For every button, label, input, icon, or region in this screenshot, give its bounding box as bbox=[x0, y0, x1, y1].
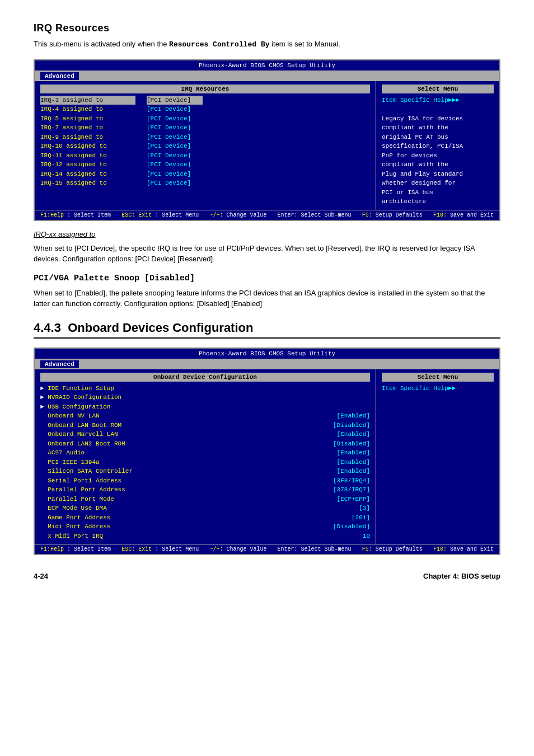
irq-label-5: IRQ-10 assigned to bbox=[40, 142, 135, 151]
bios-right-irq: Select Menu Item Specific Help►►► Legacy… bbox=[376, 81, 499, 210]
bios-body-onboard: Onboard Device Configuration ► IDE Funct… bbox=[35, 369, 499, 544]
onboard-label-15: Midi Port Address bbox=[40, 522, 110, 532]
footer-f1-onboard: F1:Help : Select Item bbox=[40, 546, 111, 552]
onboard-item-6: Onboard LAN2 Boot ROM[Disabled] bbox=[40, 439, 370, 449]
onboard-item-5: Onboard Marvell LAN[Enabled] bbox=[40, 430, 370, 439]
page-footer: 4-24 Chapter 4: BIOS setup bbox=[34, 572, 500, 580]
footer-change-irq: ~/+: Change Value bbox=[209, 212, 266, 218]
irq-values-col: [PCI Device][PCI Device][PCI Device][PCI… bbox=[147, 96, 203, 188]
bios-help-irq: Item Specific Help►►► Legacy ISA for dev… bbox=[382, 96, 494, 206]
irq-desc-paragraph: When set to [PCI Device], the specific I… bbox=[34, 243, 500, 265]
bios-left-irq: IRQ Resources IRQ-3 assigned toIRQ-4 ass… bbox=[35, 81, 376, 210]
onboard-items-list: ► IDE Function Setup► NVRAID Configurati… bbox=[40, 384, 370, 541]
section-number-heading: 4.4.3 Onboard Devices Configuration bbox=[34, 321, 500, 339]
irq-value-5: [PCI Device] bbox=[147, 142, 203, 151]
irq-label-9: IRQ-15 assigned to bbox=[40, 179, 135, 188]
onboard-label-11: Parallel Port Address bbox=[40, 485, 125, 495]
onboard-item-4: Onboard LAN Boot ROM[Disabled] bbox=[40, 421, 370, 430]
onboard-value-5: [Enabled] bbox=[337, 430, 370, 439]
onboard-value-13: [3] bbox=[359, 504, 370, 513]
bios-screen-irq: Phoenix-Award BIOS CMOS Setup Utility Ad… bbox=[34, 59, 500, 221]
onboard-item-8: PCI IEEE 1394a[Enabled] bbox=[40, 458, 370, 467]
section-number-text: 4.4.3 bbox=[34, 321, 61, 335]
bios-left-onboard: Onboard Device Configuration ► IDE Funct… bbox=[35, 369, 376, 544]
footer-f1-irq: F1:Help : Select Item bbox=[40, 212, 111, 218]
footer-f5-irq: F5: Setup Defaults bbox=[362, 212, 423, 218]
irq-help-line-11: architecture bbox=[382, 197, 494, 206]
onboard-item-7: AC97 Audio[Enabled] bbox=[40, 448, 370, 458]
bios-footer-irq: F1:Help : Select Item ESC: Exit : Select… bbox=[35, 210, 499, 220]
irq-value-8: [PCI Device] bbox=[147, 170, 203, 179]
bios-tab-bar-irq: Advanced bbox=[35, 71, 499, 81]
bios-right-header-onboard: Select Menu bbox=[382, 373, 494, 382]
onboard-value-8: [Enabled] bbox=[337, 458, 370, 467]
irq-help-line-8: Plug and Play standard bbox=[382, 170, 494, 179]
onboard-label-14: Game Port Address bbox=[40, 513, 110, 523]
chapter-label: Chapter 4: BIOS setup bbox=[423, 572, 500, 580]
onboard-label-16: x Midi Port IRQ bbox=[40, 532, 103, 541]
bios-tab-bar-onboard: Advanced bbox=[35, 359, 499, 369]
bios-right-onboard: Select Menu Item Specific Help►► bbox=[376, 369, 499, 544]
onboard-label-13: ECP MOde Use DMA bbox=[40, 504, 107, 513]
bios-left-header-irq: IRQ Resources bbox=[40, 84, 370, 93]
onboard-label-7: AC97 Audio bbox=[40, 448, 85, 458]
onboard-value-9: [Enabled] bbox=[337, 467, 370, 476]
footer-esc-onboard: ESC: Exit : Select Menu bbox=[121, 546, 199, 552]
onboard-label-5: Onboard Marvell LAN bbox=[40, 430, 118, 439]
irq-link: IRQ-xx assigned to bbox=[34, 230, 500, 238]
onboard-item-12: Parallel Port Mode[ECP+EPP] bbox=[40, 495, 370, 504]
irq-intro-code: Resources Controlled By bbox=[169, 40, 269, 49]
pci-vga-desc: When set to [Enabled], the pallete snoop… bbox=[34, 288, 500, 309]
onboard-label-12: Parallel Port Mode bbox=[40, 495, 114, 504]
onboard-item-16: x Midi Port IRQ10 bbox=[40, 532, 370, 541]
irq-help-line-5: specification, PCI/ISA bbox=[382, 142, 494, 151]
irq-label-3: IRQ-7 assigned to bbox=[40, 123, 135, 133]
footer-f5-onboard: F5: Setup Defaults bbox=[362, 546, 423, 552]
irq-label-6: IRQ-11 assigned to bbox=[40, 151, 135, 161]
irq-label-7: IRQ-12 assigned to bbox=[40, 160, 135, 170]
onboard-label-2: ► USB Configuration bbox=[40, 402, 110, 412]
bios-right-header-irq: Select Menu bbox=[382, 84, 494, 93]
bios-tab-advanced-irq[interactable]: Advanced bbox=[40, 72, 79, 80]
page-number: 4-24 bbox=[34, 572, 48, 580]
irq-label-8: IRQ-14 assigned to bbox=[40, 170, 135, 179]
irq-help-line-10: PCI or ISA bus bbox=[382, 188, 494, 198]
irq-resources-heading: IRQ Resources bbox=[34, 22, 500, 34]
onboard-value-6: [Disabled] bbox=[333, 439, 370, 449]
onboard-label-3: Onboard NV LAN bbox=[40, 411, 100, 421]
bios-screen-onboard: Phoenix-Award BIOS CMOS Setup Utility Ad… bbox=[34, 348, 500, 556]
onboard-value-7: [Enabled] bbox=[337, 448, 370, 458]
footer-enter-irq: Enter: Select Sub-menu bbox=[278, 212, 352, 218]
onboard-value-3: [Enabled] bbox=[337, 411, 370, 421]
onboard-value-12: [ECP+EPP] bbox=[337, 495, 370, 504]
onboard-value-14: [201] bbox=[352, 513, 370, 523]
onboard-label-1: ► NVRAID Configuration bbox=[40, 393, 121, 402]
onboard-item-0: ► IDE Function Setup bbox=[40, 384, 370, 393]
onboard-item-1: ► NVRAID Configuration bbox=[40, 393, 370, 402]
onboard-item-15: Midi Port Address[Disabled] bbox=[40, 522, 370, 532]
onboard-item-3: Onboard NV LAN[Enabled] bbox=[40, 411, 370, 421]
bios-title-onboard: Phoenix-Award BIOS CMOS Setup Utility bbox=[35, 349, 499, 359]
onboard-value-11: [378/IRQ7] bbox=[333, 485, 370, 495]
onboard-item-10: Serial Port1 Address[3F8/IRQ4] bbox=[40, 476, 370, 486]
onboard-value-15: [Disabled] bbox=[333, 522, 370, 532]
onboard-label-4: Onboard LAN Boot ROM bbox=[40, 421, 121, 430]
pci-vga-heading: PCI/VGA Palette Snoop [Disabled] bbox=[34, 274, 500, 283]
irq-help-line-2: Legacy ISA for devices bbox=[382, 114, 494, 124]
onboard-value-10: [3F8/IRQ4] bbox=[333, 476, 370, 486]
irq-help-line-4: original PC AT bus bbox=[382, 133, 494, 142]
onboard-item-13: ECP MOde Use DMA[3] bbox=[40, 504, 370, 513]
irq-intro-end: item is set to Manual. bbox=[270, 40, 340, 48]
onboard-value-4: [Disabled] bbox=[333, 421, 370, 430]
onboard-value-16: 10 bbox=[363, 532, 370, 541]
irq-value-4: [PCI Device] bbox=[147, 133, 203, 142]
irq-value-9: [PCI Device] bbox=[147, 179, 203, 188]
section-title-text: Onboard Devices Configuration bbox=[68, 321, 253, 335]
irq-value-0: [PCI Device] bbox=[147, 96, 203, 105]
bios-body-irq: IRQ Resources IRQ-3 assigned toIRQ-4 ass… bbox=[35, 81, 499, 210]
bios-tab-advanced-onboard[interactable]: Advanced bbox=[40, 360, 79, 368]
onboard-label-0: ► IDE Function Setup bbox=[40, 384, 114, 393]
onboard-label-8: PCI IEEE 1394a bbox=[40, 458, 100, 467]
irq-value-2: [PCI Device] bbox=[147, 114, 203, 124]
irq-intro-paragraph: This sub-menu is activated only when the… bbox=[34, 39, 500, 50]
